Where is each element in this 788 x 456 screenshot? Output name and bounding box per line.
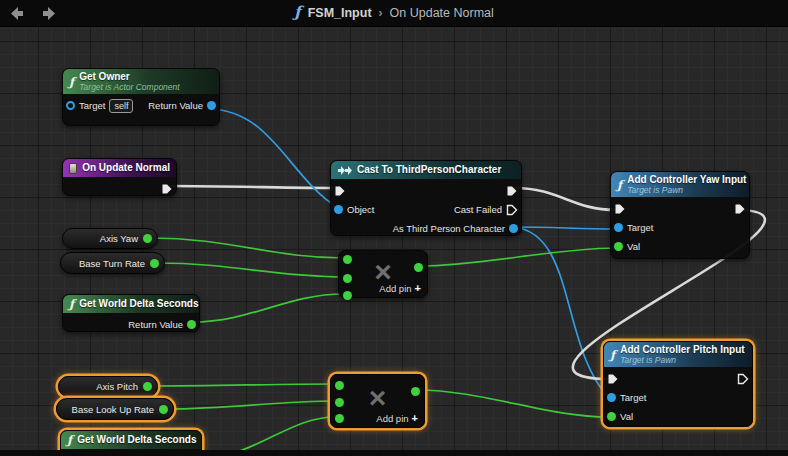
breadcrumb-blueprint-name: FSM_Input [308, 6, 372, 20]
node-title: Add Controller Yaw Input [627, 174, 746, 186]
get-owner-header[interactable]: ƒGet OwnerTarget is Actor Component [63, 69, 219, 94]
node-base-turn-rate[interactable]: Base Turn Rate [60, 252, 165, 274]
multiply-2-add-pin-button[interactable]: Add pin+ [376, 412, 418, 424]
cast-to-thirdpersoncharacter-header[interactable]: Cast To ThirdPersonCharacter [331, 161, 521, 179]
pin-label: Target [627, 222, 653, 233]
node-title: Add Controller Pitch Input [620, 344, 744, 356]
breadcrumb: ƒ FSM_Input › On Update Normal [0, 0, 788, 26]
window-bottom-edge [0, 450, 788, 456]
node-title: Get Owner [79, 71, 179, 83]
cast-to-thirdpersoncharacter-pin-as-third-person-character[interactable] [509, 224, 518, 233]
get-world-delta-seconds-1-pin-return-value[interactable] [187, 320, 196, 329]
node-multiply-2[interactable]: ×Add pin+ [330, 374, 425, 428]
node-get-owner[interactable]: ƒGet OwnerTarget is Actor ComponentTarge… [62, 68, 220, 126]
graph-title-bar: ƒ FSM_Input › On Update Normal [0, 0, 788, 27]
get-world-delta-seconds-1-header[interactable]: ƒGet World Delta Seconds [63, 295, 199, 313]
function-icon: ƒ [610, 348, 615, 362]
axis-yaw-pin-out[interactable] [143, 234, 152, 243]
node-multiply-1[interactable]: ×Add pin+ [338, 250, 428, 298]
node-title: On Update Normal [82, 162, 170, 174]
variable-label: Axis Yaw [100, 233, 138, 244]
breadcrumb-graph-name: On Update Normal [390, 6, 494, 20]
variable-label: Axis Pitch [96, 381, 138, 392]
node-subtitle: Target is Pawn [627, 186, 746, 196]
add-controller-pitch-input-header[interactable]: ƒAdd Controller Pitch InputTarget is Paw… [604, 342, 752, 367]
node-axis-pitch[interactable]: Axis Pitch [58, 376, 158, 397]
pin-label: Val [620, 411, 633, 422]
on-update-normal-header[interactable]: On Update Normal [63, 159, 176, 177]
get-world-delta-seconds-2-header[interactable]: ƒGet World Delta Seconds [61, 431, 201, 449]
node-get-world-delta-seconds-1[interactable]: ƒGet World Delta SecondsReturn Value [62, 294, 200, 332]
node-axis-yaw[interactable]: Axis Yaw [62, 228, 158, 249]
node-cast-to-thirdpersoncharacter[interactable]: Cast To ThirdPersonCharacterObjectCast F… [330, 160, 522, 236]
node-title: Get World Delta Seconds [79, 298, 198, 310]
add-controller-pitch-input-pin-target[interactable] [607, 393, 616, 402]
on-update-normal-pin-exec-out[interactable] [161, 183, 173, 195]
add-controller-yaw-input-pin-val[interactable] [614, 242, 623, 251]
blueprint-graph-canvas[interactable]: ƒGet OwnerTarget is Actor ComponentTarge… [0, 26, 788, 456]
multiply-2-pin-in-3[interactable] [335, 414, 344, 423]
forward-arrow-icon[interactable] [38, 6, 56, 21]
breadcrumb-separator: › [379, 6, 383, 20]
pin-label: As Third Person Character [393, 223, 505, 234]
variable-label: Base Turn Rate [79, 258, 145, 269]
cast-to-thirdpersoncharacter-pin-object[interactable] [334, 205, 343, 214]
node-subtitle: Target is Actor Component [79, 83, 179, 93]
pin-label: Val [627, 241, 640, 252]
function-icon: ƒ [67, 433, 72, 447]
function-icon: ƒ [69, 297, 74, 311]
add-controller-pitch-input-pin-exec-in[interactable] [607, 373, 619, 385]
function-icon: ƒ [69, 75, 74, 89]
function-icon: ƒ [294, 3, 300, 21]
multiply-1-add-pin-button[interactable]: Add pin+ [379, 282, 421, 294]
get-owner-pin-target[interactable] [66, 101, 75, 110]
base-look-up-rate-pin-out[interactable] [159, 405, 168, 414]
cast-to-thirdpersoncharacter-pin-exec-out[interactable] [506, 185, 518, 197]
add-controller-yaw-input-header[interactable]: ƒAdd Controller Yaw InputTarget is Pawn [611, 172, 749, 197]
get-owner-pin-return-value[interactable] [207, 101, 216, 110]
cast-to-thirdpersoncharacter-pin-exec-in[interactable] [334, 185, 346, 197]
multiply-glyph: × [331, 383, 424, 413]
get-owner-literal-self[interactable]: self [109, 99, 133, 113]
node-add-controller-pitch-input[interactable]: ƒAdd Controller Pitch InputTarget is Paw… [603, 341, 753, 427]
node-base-look-up-rate[interactable]: Base Look Up Rate [56, 398, 174, 420]
node-on-update-normal[interactable]: On Update Normal [62, 158, 177, 196]
base-turn-rate-pin-out[interactable] [150, 259, 159, 268]
node-title: Cast To ThirdPersonCharacter [357, 164, 501, 176]
back-arrow-icon[interactable] [10, 6, 28, 21]
pin-label: Object [347, 204, 374, 215]
variable-label: Base Look Up Rate [72, 404, 154, 415]
pin-label: Target [79, 100, 105, 111]
node-subtitle: Target is Pawn [620, 356, 744, 366]
node-title: Get World Delta Seconds [77, 434, 196, 446]
node-add-controller-yaw-input[interactable]: ƒAdd Controller Yaw InputTarget is PawnT… [610, 171, 750, 259]
add-controller-yaw-input-pin-target[interactable] [614, 223, 623, 232]
event-icon [69, 163, 77, 174]
pin-label: Target [620, 392, 646, 403]
pin-label: Cast Failed [454, 204, 502, 215]
add-controller-yaw-input-pin-exec-out[interactable] [734, 203, 746, 215]
pin-label: Return Value [128, 319, 183, 330]
cast-to-thirdpersoncharacter-pin-cast-failed[interactable] [506, 204, 518, 216]
blueprint-editor: ƒGet OwnerTarget is Actor ComponentTarge… [0, 0, 788, 456]
multiply-1-pin-in-3[interactable] [343, 291, 352, 300]
add-controller-pitch-input-pin-exec-out[interactable] [737, 373, 749, 385]
add-controller-yaw-input-pin-exec-in[interactable] [614, 203, 626, 215]
function-icon: ƒ [617, 178, 622, 192]
cast-icon [337, 166, 352, 175]
pin-label: Return Value [148, 100, 203, 111]
axis-pitch-pin-out[interactable] [143, 382, 152, 391]
add-controller-pitch-input-pin-val[interactable] [607, 412, 616, 421]
